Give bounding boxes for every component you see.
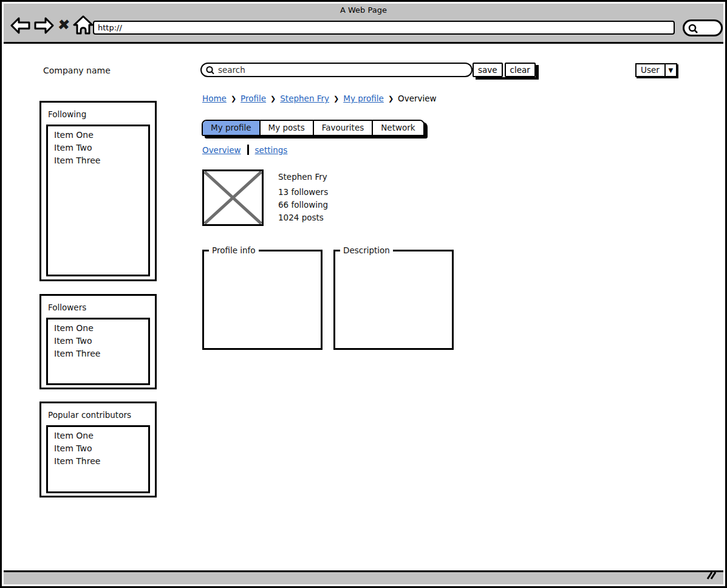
window-title: A Web Page <box>2 5 725 15</box>
forward-icon[interactable] <box>34 17 54 36</box>
tab-my-posts[interactable]: My posts <box>261 121 314 135</box>
following-box-title: Following <box>41 103 155 119</box>
breadcrumb-separator-icon: ❯ <box>333 95 339 103</box>
list-item[interactable]: Item One <box>48 129 148 142</box>
breadcrumb-separator-icon: ❯ <box>270 95 276 103</box>
breadcrumb-my-profile[interactable]: My profile <box>343 94 384 103</box>
list-item[interactable]: Item Three <box>48 154 148 167</box>
company-name: Company name <box>43 66 111 75</box>
profile-name: Stephen Fry <box>278 172 327 182</box>
site-search <box>200 63 473 77</box>
followers-box: Followers Item One Item Two Item Three <box>39 294 157 389</box>
list-item[interactable]: Item One <box>48 429 148 442</box>
list-item[interactable]: Item Three <box>48 455 148 468</box>
subnav-overview-link[interactable]: Overview <box>202 145 241 155</box>
description-panel: Description <box>333 250 454 350</box>
save-button[interactable]: save <box>473 63 503 77</box>
following-count: 66 following <box>278 200 328 210</box>
url-input[interactable] <box>93 21 675 35</box>
popular-contributors-box: Popular contributors Item One Item Two I… <box>39 402 157 497</box>
list-item[interactable]: Item Two <box>48 142 148 154</box>
profile-info-panel-title: Profile info <box>209 245 259 255</box>
tab-favourites[interactable]: Favourites <box>314 121 374 135</box>
following-box: Following Item One Item Two Item Three <box>39 101 157 281</box>
subnav: Overview settings <box>202 145 287 155</box>
browser-statusbar <box>4 570 723 584</box>
list-item[interactable]: Item Two <box>48 335 148 347</box>
browser-search-box[interactable] <box>683 19 723 36</box>
tab-network[interactable]: Network <box>373 121 423 135</box>
description-panel-title: Description <box>340 245 393 255</box>
search-icon <box>688 24 700 35</box>
resize-grip-icon[interactable] <box>706 570 716 582</box>
breadcrumb-current: Overview <box>398 94 437 103</box>
profile-info-panel: Profile info <box>202 250 323 350</box>
breadcrumb-stephen-fry[interactable]: Stephen Fry <box>280 94 329 103</box>
subnav-settings-link[interactable]: settings <box>255 145 288 155</box>
breadcrumb: Home ❯ Profile ❯ Stephen Fry ❯ My profil… <box>202 94 437 103</box>
breadcrumb-home[interactable]: Home <box>202 94 227 103</box>
breadcrumb-separator-icon: ❯ <box>231 95 236 103</box>
list-item[interactable]: Item One <box>48 322 148 335</box>
posts-count: 1024 posts <box>278 213 324 222</box>
breadcrumb-profile[interactable]: Profile <box>241 94 266 103</box>
chevron-down-icon: ▼ <box>664 64 676 76</box>
clear-button[interactable]: clear <box>505 63 536 77</box>
back-icon[interactable] <box>10 17 30 36</box>
tab-my-profile[interactable]: My profile <box>203 121 261 135</box>
user-dropdown-label: User <box>637 64 664 76</box>
followers-list: Item One Item Two Item Three <box>46 318 150 385</box>
list-item[interactable]: Item Two <box>48 442 148 455</box>
popular-contributors-list: Item One Item Two Item Three <box>46 425 150 493</box>
popular-contributors-box-title: Popular contributors <box>41 403 155 420</box>
home-icon[interactable] <box>73 15 94 37</box>
followers-count: 13 followers <box>278 187 328 197</box>
search-input[interactable] <box>200 63 473 77</box>
stop-icon[interactable]: ✖ <box>57 16 71 33</box>
profile-tabs: My profile My posts Favourites Network <box>202 120 425 136</box>
breadcrumb-separator-icon: ❯ <box>388 95 394 103</box>
subnav-divider <box>247 145 249 155</box>
avatar <box>202 169 264 226</box>
user-dropdown[interactable]: User ▼ <box>635 63 677 77</box>
search-actions: save clear <box>473 63 536 77</box>
search-icon <box>205 66 216 75</box>
followers-box-title: Followers <box>41 296 155 312</box>
image-placeholder-icon <box>204 171 262 224</box>
browser-window: A Web Page ✖ Company name <box>0 0 727 588</box>
following-list: Item One Item Two Item Three <box>46 125 150 276</box>
list-item[interactable]: Item Three <box>48 347 148 360</box>
